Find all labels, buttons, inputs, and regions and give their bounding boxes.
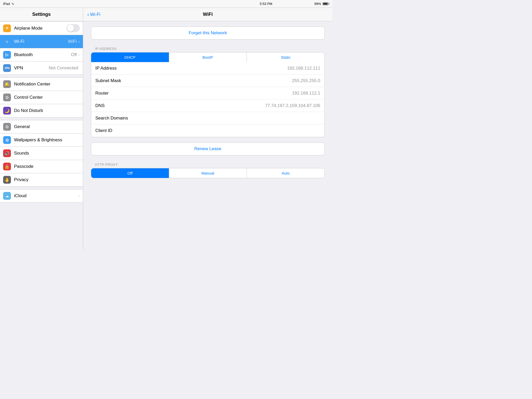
sidebar-item-notifications[interactable]: 🔔 Notification Center xyxy=(0,77,83,91)
icloud-icon: ☁ xyxy=(3,192,11,200)
airplane-icon: ✈ xyxy=(3,24,11,32)
client-id-row: Client ID xyxy=(91,124,324,137)
passcode-label: Passcode xyxy=(14,164,80,169)
vpn-label: VPN xyxy=(14,65,49,71)
status-left: iPad ∿ xyxy=(3,2,14,6)
vpn-icon: VPN xyxy=(3,64,11,72)
dns-label: DNS xyxy=(95,103,265,108)
proxy-manual[interactable]: Manual xyxy=(169,168,247,178)
sidebar-item-general[interactable]: ⚙ General xyxy=(0,120,83,134)
sidebar-item-dnd[interactable]: 🌙 Do Not Disturb xyxy=(0,104,83,117)
sidebar-item-passcode[interactable]: 🔒 Passcode xyxy=(0,160,83,173)
renew-lease-label: Renew Lease xyxy=(194,146,221,151)
control-icon: ⚙ xyxy=(3,94,11,101)
forget-network-label: Forget this Network xyxy=(189,30,227,36)
back-label: Wi-Fi xyxy=(90,12,101,17)
battery-percent: 99% xyxy=(314,2,321,6)
ip-address-value: 192.168.112.111 xyxy=(287,66,320,71)
sidebar-item-sounds[interactable]: 🔊 Sounds xyxy=(0,147,83,160)
detail-content: Forget this Network IP ADDRESS DHCP Boot… xyxy=(83,21,332,189)
back-chevron-icon: ‹ xyxy=(87,11,89,17)
sidebar: Settings ✈ Airplane Mode ∿ Wi-Fi WiFi › … xyxy=(0,8,83,249)
ip-address-segmented-control[interactable]: DHCP BootP Static xyxy=(91,52,324,62)
bluetooth-chevron: › xyxy=(78,52,80,57)
wifi-label: Wi-Fi xyxy=(14,39,68,44)
forget-network-card: Forget this Network xyxy=(91,26,325,39)
vpn-value: Not Connected xyxy=(49,65,78,71)
detail-nav-bar: ‹ Wi-Fi WiFi xyxy=(83,8,332,21)
forget-network-button[interactable]: Forget this Network xyxy=(91,27,324,39)
ip-address-label: IP Address xyxy=(95,66,287,71)
passcode-icon: 🔒 xyxy=(3,163,11,170)
dns-row: DNS 77.74.197.2,109.104.87.106 xyxy=(91,99,324,112)
dns-value: 77.74.197.2,109.104.87.106 xyxy=(265,103,320,108)
sidebar-item-wifi[interactable]: ∿ Wi-Fi WiFi › xyxy=(0,35,83,48)
sidebar-item-bluetooth[interactable]: ▷ Bluetooth Off › xyxy=(0,48,83,62)
subnet-value: 255.255.255.0 xyxy=(292,78,320,83)
http-proxy-segmented-control[interactable]: Off Manual Auto xyxy=(91,168,324,178)
ip-address-section-label: IP ADDRESS xyxy=(91,45,325,52)
wifi-value: WiFi xyxy=(68,39,77,44)
settings-group-system: 🔔 Notification Center ⚙ Control Center 🌙… xyxy=(0,77,83,117)
renew-lease-card: Renew Lease xyxy=(91,142,325,155)
wifi-status-icon: ∿ xyxy=(11,2,14,6)
privacy-icon: 🤚 xyxy=(3,176,11,184)
sidebar-item-control[interactable]: ⚙ Control Center xyxy=(0,91,83,104)
notifications-icon: 🔔 xyxy=(3,80,11,88)
seg-bootp[interactable]: BootP xyxy=(169,52,247,62)
notifications-label: Notification Center xyxy=(14,82,80,87)
airplane-toggle[interactable] xyxy=(66,24,80,32)
sidebar-item-icloud[interactable]: ☁ iCloud › xyxy=(0,189,83,203)
sidebar-item-vpn[interactable]: VPN VPN Not Connected xyxy=(0,62,83,75)
sidebar-title: Settings xyxy=(32,12,51,17)
airplane-label: Airplane Mode xyxy=(14,26,66,31)
bluetooth-value: Off xyxy=(71,52,77,57)
renew-lease-button[interactable]: Renew Lease xyxy=(91,143,324,155)
sidebar-item-airplane[interactable]: ✈ Airplane Mode xyxy=(0,21,83,35)
settings-group-icloud: ☁ iCloud › xyxy=(0,189,83,203)
status-bar: iPad ∿ 5:53 PM 99% xyxy=(0,0,332,8)
wifi-chevron: › xyxy=(78,39,80,44)
ip-address-row: IP Address 192.168.112.111 xyxy=(91,62,324,75)
dnd-label: Do Not Disturb xyxy=(14,108,80,113)
status-time: 5:53 PM xyxy=(260,2,272,6)
router-label: Router xyxy=(95,91,292,96)
sidebar-item-wallpaper[interactable]: ✿ Wallpapers & Brightness xyxy=(0,134,83,147)
app-container: Settings ✈ Airplane Mode ∿ Wi-Fi WiFi › … xyxy=(0,8,332,249)
http-proxy-card: Off Manual Auto xyxy=(91,168,325,178)
http-proxy-section-label: HTTP PROXY xyxy=(91,161,325,168)
seg-static[interactable]: Static xyxy=(247,52,324,62)
wallpaper-icon: ✿ xyxy=(3,136,11,144)
search-domains-row: Search Domains xyxy=(91,112,324,124)
proxy-off[interactable]: Off xyxy=(91,168,169,178)
back-button[interactable]: ‹ Wi-Fi xyxy=(87,11,100,17)
seg-dhcp[interactable]: DHCP xyxy=(91,52,169,62)
sounds-label: Sounds xyxy=(14,151,80,156)
router-value: 192.168.112.1 xyxy=(292,91,320,96)
icloud-label: iCloud xyxy=(14,193,78,198)
icloud-chevron: › xyxy=(78,194,80,198)
ip-address-card: DHCP BootP Static IP Address 192.168.112… xyxy=(91,52,325,137)
sidebar-item-privacy[interactable]: 🤚 Privacy xyxy=(0,173,83,187)
wallpaper-label: Wallpapers & Brightness xyxy=(14,137,80,143)
detail-title: WiFi xyxy=(203,12,213,17)
battery-icon xyxy=(323,2,329,5)
subnet-label: Subnet Mask xyxy=(95,78,292,83)
general-icon: ⚙ xyxy=(3,123,11,131)
settings-group-apps: ⚙ General ✿ Wallpapers & Brightness 🔊 So… xyxy=(0,120,83,187)
search-domains-label: Search Domains xyxy=(95,116,320,121)
router-row: Router 192.168.112.1 xyxy=(91,87,324,99)
dnd-icon: 🌙 xyxy=(3,107,11,115)
subnet-mask-row: Subnet Mask 255.255.255.0 xyxy=(91,75,324,87)
bluetooth-label: Bluetooth xyxy=(14,52,71,57)
wifi-icon: ∿ xyxy=(3,38,11,45)
control-label: Control Center xyxy=(14,95,80,100)
device-label: iPad xyxy=(3,2,10,6)
status-right: 99% xyxy=(314,2,329,6)
settings-group-connectivity: ✈ Airplane Mode ∿ Wi-Fi WiFi › ▷ Bluetoo… xyxy=(0,21,83,75)
client-id-label: Client ID xyxy=(95,128,320,133)
proxy-auto[interactable]: Auto xyxy=(247,168,324,178)
detail-panel: ‹ Wi-Fi WiFi Forget this Network IP ADDR… xyxy=(83,8,332,249)
sidebar-nav-bar: Settings xyxy=(0,8,83,21)
privacy-label: Privacy xyxy=(14,177,80,182)
